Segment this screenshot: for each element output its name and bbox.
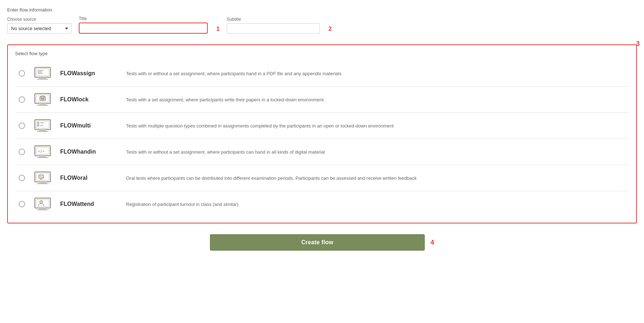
bottom-bar: Create flow 4 [7,234,637,251]
title-input[interactable] [79,23,208,34]
flow-type-list: FLOWassign Tests with or without a set a… [15,61,629,217]
svg-rect-24 [39,156,46,157]
radio-flowassign[interactable] [19,70,25,77]
svg-rect-25 [37,157,48,158]
radio-flowhandin[interactable] [19,149,25,155]
source-select[interactable]: No source selected [7,23,72,34]
flowassign-name: FLOWassign [60,70,117,77]
radio-flowattend[interactable] [19,201,25,207]
radio-flowmulti[interactable] [19,122,25,129]
svg-rect-10 [41,97,44,100]
flowhandin-desc: Tests with or without a set assignment, … [126,149,625,155]
subtitle-label: Subtitle [227,17,320,22]
radio-floworal[interactable] [19,175,25,181]
svg-rect-15 [37,122,39,124]
flowmulti-desc: Tests with multiple question types combi… [126,123,625,129]
flowlock-name: FLOWlock [60,96,117,103]
flow-type-section: 3 Select flow type FLOWassi [7,44,637,223]
flow-type-item-flowassign[interactable]: FLOWassign Tests with or without a set a… [15,61,629,87]
title-label: Title [79,16,208,21]
floworal-icon [34,171,52,185]
enter-flow-info-label: Enter flow information [7,7,637,13]
source-label: Choose source [7,17,72,22]
flow-type-item-flowmulti[interactable]: FLOWmulti Tests with multiple question t… [15,113,629,139]
flowassign-desc: Tests with or without a set assignment, … [126,71,625,76]
flow-type-item-flowattend[interactable]: FLOWattend Registration of participant t… [15,191,629,217]
svg-rect-30 [37,183,48,184]
page-wrapper: Enter flow information Choose source No … [0,0,644,261]
svg-rect-16 [37,125,39,126]
flowlock-desc: Tests with a set assignment, where parti… [126,97,625,102]
svg-text:</>: </> [38,149,44,153]
flowassign-icon [34,66,52,81]
svg-rect-35 [37,209,48,210]
subtitle-badge: 2 [328,26,332,34]
svg-point-33 [40,201,43,203]
flowmulti-name: FLOWmulti [60,122,117,129]
flowhandin-name: FLOWhandin [60,149,117,155]
floworal-name: FLOWoral [60,175,117,181]
svg-rect-5 [39,77,46,79]
flowmulti-icon [34,119,52,133]
flow-type-badge: 3 [636,40,640,48]
flowattend-name: FLOWattend [60,201,117,207]
svg-rect-34 [39,208,46,209]
floworal-desc: Oral tests where participants can be dis… [126,175,625,181]
flowattend-icon [34,197,52,211]
flow-type-item-floworal[interactable]: FLOWoral Oral tests where participants c… [15,165,629,191]
flowhandin-icon: </> [34,145,52,159]
flow-type-title: Select flow type [15,51,629,56]
svg-rect-29 [39,182,46,183]
svg-rect-11 [39,103,46,105]
footer-badge: 4 [431,239,434,246]
subtitle-field-group: Subtitle [227,17,320,34]
svg-rect-20 [37,131,48,132]
flowattend-desc: Registration of participant turnout in c… [126,202,625,207]
top-form: Choose source No source selected Title 1… [7,16,637,34]
flow-type-item-flowlock[interactable]: FLOWlock Tests with a set assignment, wh… [15,87,629,113]
svg-rect-12 [37,105,48,106]
create-flow-button[interactable]: Create flow [210,234,425,251]
flowlock-icon [34,92,52,107]
title-field-group: Title [79,16,208,34]
source-field-group: Choose source No source selected [7,17,72,34]
flow-type-item-flowhandin[interactable]: </> FLOWhandin Tests with or without a s… [15,139,629,165]
subtitle-input[interactable] [227,23,320,34]
svg-rect-1 [36,69,49,76]
svg-rect-19 [39,130,46,131]
svg-rect-28 [39,175,44,178]
svg-rect-6 [37,79,48,79]
radio-flowlock[interactable] [19,96,25,103]
title-badge: 1 [216,26,220,34]
